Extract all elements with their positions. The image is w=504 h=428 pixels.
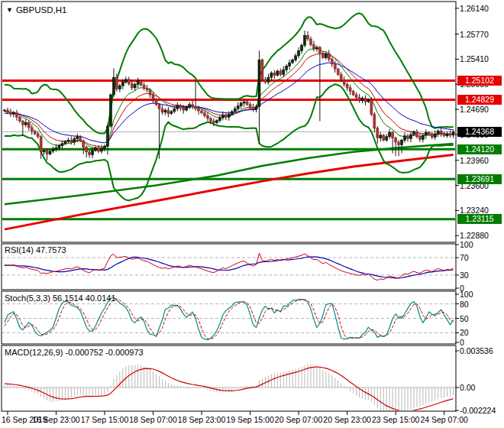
candle-bullish	[186, 107, 188, 110]
candle-bearish	[31, 128, 33, 131]
candle-bearish	[18, 117, 21, 121]
rsi-axis-label: 30	[460, 271, 469, 280]
stoch-axis-label: 80	[460, 300, 469, 309]
chart-canvas[interactable]	[0, 0, 504, 428]
candle-bearish	[318, 47, 321, 53]
symbol-title[interactable]: ▼GBPUSD,H1	[6, 5, 66, 15]
symbol-dropdown-icon[interactable]: ▼	[6, 6, 13, 14]
candle-bearish	[364, 99, 367, 102]
candle-bullish	[4, 110, 6, 111]
candle-bearish	[418, 137, 421, 140]
candle-bearish	[343, 80, 345, 84]
candle-bearish	[312, 44, 315, 48]
rsi-panel	[2, 253, 456, 280]
symbol-label: GBPUSD,H1	[16, 5, 66, 15]
level-price-badge[interactable]: 1.24120	[457, 144, 502, 154]
candle-bullish	[286, 66, 288, 70]
candle-bullish	[389, 132, 391, 136]
level-price-badge[interactable]: 1.24829	[457, 95, 502, 105]
candle-bullish	[109, 95, 111, 126]
candle-bearish	[398, 142, 400, 145]
candle-bullish	[189, 105, 191, 108]
candle-bearish	[152, 95, 154, 99]
candle-bearish	[415, 131, 418, 136]
time-axis-label: 18 Sep 23:00	[176, 415, 228, 424]
candle-bullish	[237, 106, 239, 109]
candle-bullish	[104, 147, 106, 149]
candle-bearish	[201, 111, 203, 113]
time-axis-label: 17 Sep 15:00	[79, 415, 131, 424]
candle-bearish	[261, 60, 263, 79]
candle-bearish	[273, 73, 276, 76]
time-axis-label: 18 Sep 07:00	[128, 415, 179, 424]
candle-bullish	[292, 60, 294, 63]
candle-bearish	[15, 113, 18, 117]
time-axis-label: 23 Sep 15:00	[370, 415, 422, 424]
candle-bullish	[315, 47, 318, 49]
candle-bullish	[380, 135, 382, 138]
candle-bullish	[124, 79, 127, 83]
candle-bearish	[331, 59, 333, 63]
candle-bearish	[6, 110, 8, 112]
candle-bearish	[179, 106, 182, 109]
candle-bullish	[52, 149, 54, 151]
candle-bullish	[425, 132, 427, 135]
candle-bullish	[134, 84, 136, 88]
candle-bearish	[352, 91, 354, 95]
candle-bearish	[358, 98, 360, 101]
main-price-panel	[2, 13, 456, 229]
candle-bullish	[101, 148, 103, 151]
candle-bearish	[40, 137, 42, 152]
macd-indicator-label: MACD(12,26,9) -0.000752 -0.000973	[5, 348, 144, 357]
candle-bullish	[61, 144, 63, 146]
macd-axis-label: 0.003536	[460, 346, 493, 355]
candle-bullish	[267, 77, 270, 82]
candle-bearish	[195, 106, 197, 109]
rsi-line	[5, 253, 454, 280]
current-price-badge[interactable]: 1.24368	[457, 127, 502, 137]
candle-bearish	[370, 99, 373, 114]
candle-bullish	[240, 103, 242, 106]
rsi-axis-label: 70	[460, 253, 469, 262]
stoch-axis-label: 20	[460, 328, 469, 337]
level-price-badge[interactable]: 1.23691	[457, 174, 502, 184]
ema-slow-line	[5, 63, 454, 143]
macd-panel	[2, 364, 456, 412]
candle-bearish	[355, 95, 357, 98]
candle-bullish	[58, 146, 60, 148]
candle-bullish	[325, 54, 327, 57]
candle-bearish	[346, 84, 348, 88]
candle-bullish	[231, 112, 233, 115]
candle-bullish	[106, 126, 108, 146]
candle-bearish	[149, 90, 151, 95]
candle-bullish	[12, 113, 15, 115]
candle-bullish	[173, 109, 176, 112]
candle-bullish	[118, 86, 121, 89]
time-axis-label: 19 Sep 15:00	[225, 415, 276, 424]
candle-bearish	[204, 113, 206, 116]
candle-bearish	[340, 75, 342, 80]
candle-bearish	[9, 112, 11, 115]
candle-bullish	[121, 83, 124, 86]
candle-bullish	[409, 135, 412, 138]
price-axis-label: 1.22880	[460, 231, 489, 240]
candle-bullish	[228, 115, 230, 118]
candle-bearish	[192, 105, 194, 107]
candle-bearish	[376, 128, 379, 138]
stoch-axis-label: 50	[460, 314, 469, 323]
candle-bearish	[309, 39, 312, 44]
candle-bearish	[373, 115, 376, 128]
candle-bullish	[452, 132, 454, 135]
candle-bullish	[64, 141, 66, 144]
candle-bullish	[92, 151, 94, 154]
candle-bearish	[449, 134, 451, 135]
candle-bullish	[112, 77, 115, 95]
candle-bearish	[209, 118, 212, 122]
level-price-badge[interactable]: 1.25102	[457, 76, 502, 86]
candle-bearish	[321, 53, 324, 57]
price-axis-label: 1.25770	[460, 30, 489, 39]
candle-bearish	[37, 134, 39, 137]
candle-bearish	[206, 115, 208, 118]
level-price-badge[interactable]: 1.23115	[457, 214, 502, 224]
price-axis-label: 1.24690	[460, 105, 489, 114]
